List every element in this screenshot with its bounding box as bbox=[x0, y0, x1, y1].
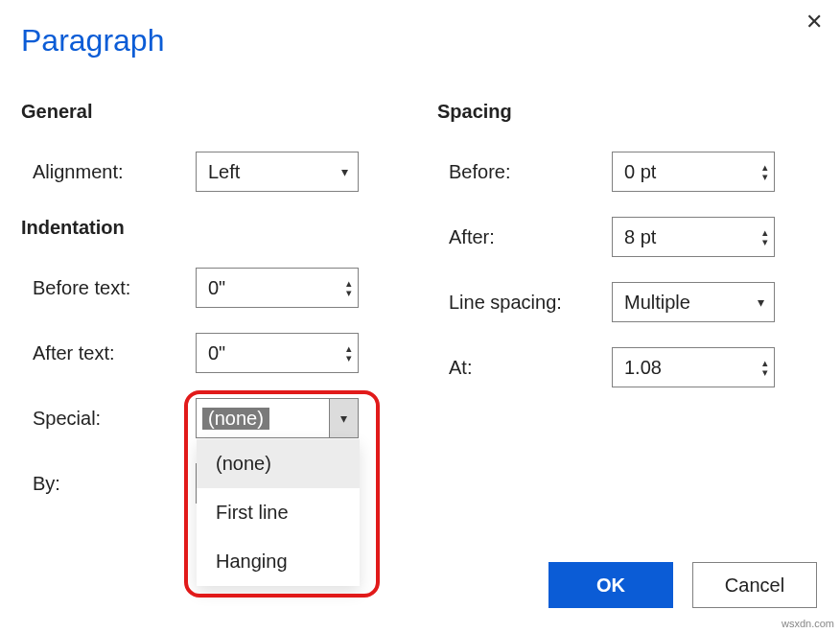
ok-button[interactable]: OK bbox=[548, 562, 673, 608]
before-text-label: Before text: bbox=[33, 277, 196, 299]
at-value: 1.08 bbox=[624, 357, 662, 379]
spinner-down-icon[interactable]: ▾ bbox=[346, 288, 352, 297]
before-text-value: 0" bbox=[208, 277, 225, 299]
by-label: By: bbox=[33, 473, 196, 495]
alignment-label: Alignment: bbox=[33, 161, 196, 183]
special-option-first-line[interactable]: First line bbox=[197, 488, 360, 537]
spacing-after-value: 8 pt bbox=[624, 226, 656, 248]
spacing-before-label: Before: bbox=[449, 161, 612, 183]
section-general: General bbox=[21, 101, 403, 123]
watermark: wsxdn.com bbox=[782, 618, 834, 629]
line-spacing-dropdown[interactable]: Multiple ▾ bbox=[612, 282, 775, 322]
spinner-down-icon[interactable]: ▾ bbox=[346, 353, 352, 363]
spinner-down-icon[interactable]: ▾ bbox=[762, 237, 768, 246]
close-icon: ✕ bbox=[805, 10, 823, 34]
spacing-before-spinner[interactable]: 0 pt ▴ ▾ bbox=[612, 152, 775, 192]
at-label: At: bbox=[449, 357, 612, 379]
chevron-down-icon: ▾ bbox=[340, 410, 347, 426]
spacing-before-value: 0 pt bbox=[624, 161, 656, 183]
before-text-spinner[interactable]: 0" ▴ ▾ bbox=[196, 268, 359, 308]
special-dropdown[interactable]: (none) ▾ (none) First line Hanging bbox=[196, 398, 359, 438]
at-spinner[interactable]: 1.08 ▴ ▾ bbox=[612, 347, 775, 387]
special-option-hanging[interactable]: Hanging bbox=[197, 537, 360, 586]
spinner-down-icon[interactable]: ▾ bbox=[762, 172, 768, 181]
special-value: (none) bbox=[202, 408, 269, 430]
dialog-title: Paragraph bbox=[0, 0, 840, 59]
after-text-label: After text: bbox=[33, 342, 196, 364]
spacing-after-spinner[interactable]: 8 pt ▴ ▾ bbox=[612, 217, 775, 257]
line-spacing-label: Line spacing: bbox=[449, 292, 612, 314]
after-text-value: 0" bbox=[208, 342, 225, 364]
close-button[interactable]: ✕ bbox=[805, 12, 823, 33]
alignment-dropdown[interactable]: Left ▾ bbox=[196, 152, 359, 192]
line-spacing-value: Multiple bbox=[624, 292, 690, 314]
special-dropdown-menu: (none) First line Hanging bbox=[197, 439, 360, 586]
chevron-down-icon: ▾ bbox=[758, 294, 764, 310]
special-label: Special: bbox=[33, 408, 196, 430]
cancel-button[interactable]: Cancel bbox=[692, 562, 817, 608]
special-option-none[interactable]: (none) bbox=[197, 439, 360, 488]
after-text-spinner[interactable]: 0" ▴ ▾ bbox=[196, 333, 359, 373]
spinner-down-icon[interactable]: ▾ bbox=[762, 367, 768, 377]
alignment-value: Left bbox=[208, 161, 240, 183]
section-indentation: Indentation bbox=[21, 217, 403, 239]
chevron-down-icon: ▾ bbox=[341, 164, 348, 179]
spacing-after-label: After: bbox=[449, 226, 612, 248]
section-spacing: Spacing bbox=[437, 101, 819, 123]
